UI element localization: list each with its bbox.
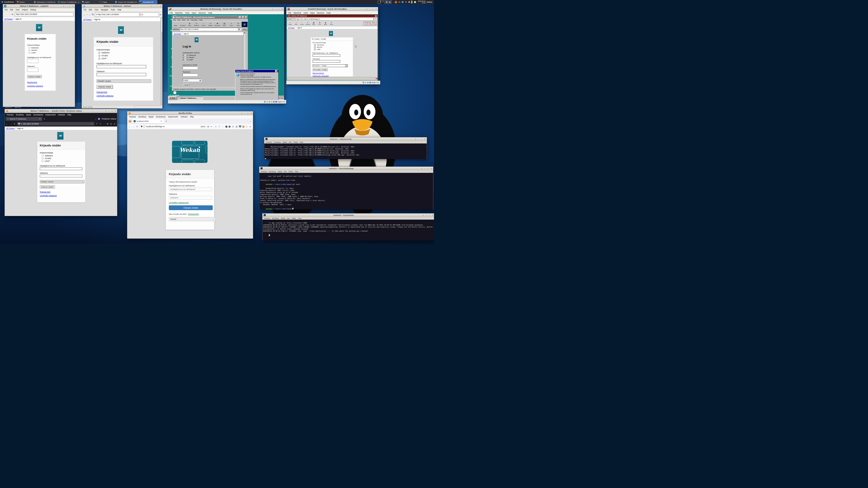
menu-paate[interactable]: Pääte	[288, 170, 293, 173]
terminal-output[interactable]: => App running at: http://localhost:4000…	[262, 220, 434, 240]
downloads-icon[interactable]: ↓	[103, 123, 105, 125]
reload-icon[interactable]: ↻	[13, 123, 16, 125]
radio-ldap[interactable]	[41, 160, 43, 162]
network-tray-icon[interactable]: ⇅	[405, 1, 407, 3]
workspace-pager[interactable]	[377, 0, 392, 4]
menu-file[interactable]: File	[4, 8, 8, 11]
register-link[interactable]: Rekisteröinti	[40, 191, 51, 193]
menu-nayta[interactable]: Näytä	[283, 141, 287, 143]
zoom-level-badge[interactable]: 130 %	[200, 126, 206, 128]
terminal-output[interactable]: (use "git push" to publish your local co…	[259, 173, 433, 209]
url-bar[interactable]: http://192.168.0.20:8000/	[15, 12, 73, 16]
minimize-button[interactable]	[369, 8, 370, 10]
vlc-tray-icon[interactable]: ✕	[395, 1, 397, 4]
sign-in-button[interactable]: Kirjaudu sisään	[40, 185, 55, 189]
notifications-tray-icon[interactable]	[414, 1, 416, 3]
firefox-titlebar[interactable]: Mozilla Firefox	[127, 111, 253, 115]
forgot-password-link[interactable]: Unohtuiko salasana	[27, 85, 43, 87]
language-select[interactable]: Finnish / Suomi ▼	[313, 64, 348, 67]
radio-ldap[interactable]	[184, 59, 186, 61]
sign-in-button[interactable]: Kirjaudu sisään	[169, 205, 213, 210]
log-in-button[interactable]: Log In	[183, 84, 190, 86]
taskbar-item-virtualbox-manager[interactable]: Oracle VM VirtualBox M...	[114, 0, 138, 4]
extension-grid-icon[interactable]: ◳	[232, 125, 234, 128]
new-tab-icon[interactable]: +	[43, 118, 46, 120]
menu-paate[interactable]: Pääte	[291, 217, 296, 219]
extension-s-icon[interactable]: S	[225, 126, 227, 128]
sign-in-button[interactable]: Kirjaudu sisään	[27, 75, 42, 78]
ublock-icon[interactable]: 9+	[239, 125, 241, 128]
language-select[interactable]: Suomi ⌄	[169, 217, 215, 221]
menu-ohje[interactable]: Ohje	[298, 217, 302, 219]
menu-view[interactable]: View	[185, 12, 189, 14]
ie-print-button[interactable]: ▤Print	[221, 23, 228, 26]
shade-button[interactable]	[415, 138, 416, 140]
pocket-shield-icon[interactable]: ▽	[218, 125, 221, 128]
volume-tray-icon[interactable]	[408, 1, 410, 3]
menu-tyokalut[interactable]: Työkalut	[180, 116, 188, 118]
menu-tiedosto[interactable]: Tiedosto	[266, 141, 272, 143]
terminal-titlebar[interactable]: wekan@z: ~/repos/w/php/page	[259, 167, 433, 170]
menu-file[interactable]: File	[288, 12, 291, 14]
reader-mode-icon[interactable]: ▥	[207, 125, 209, 128]
search-input[interactable]: G	[141, 12, 159, 17]
tab-wekan[interactable]: WeKan ® Multiverse ✕	[6, 117, 42, 121]
forgot-password-link[interactable]: Unohtuiko salasana	[40, 195, 57, 197]
menu-hamburger-icon[interactable]: ≡	[114, 123, 116, 125]
back-icon[interactable]: ←	[6, 123, 8, 125]
menu-edit[interactable]: Edit	[10, 8, 13, 11]
maximize-button[interactable]	[157, 5, 158, 7]
bookmark-star-icon[interactable]: ☆	[91, 123, 93, 125]
applications-menu-button[interactable]: ✕ Sovellukset	[0, 0, 15, 4]
menu-inspect[interactable]: Inspect	[22, 8, 28, 11]
passwords-icon[interactable]: ⚿︎	[215, 125, 217, 128]
menu-edit[interactable]: Edit	[89, 8, 92, 11]
forward-icon[interactable]: →	[10, 123, 12, 125]
pocket-shield-icon[interactable]: ▽	[99, 123, 101, 125]
firefox-titlebar[interactable]: WeKan ® Multiverse — Mozilla Firefox Yks…	[5, 109, 117, 113]
forgot-password-link[interactable]: Unohtuiko salasana	[96, 95, 114, 97]
menu-nayta[interactable]: Näytä	[149, 116, 153, 118]
close-button[interactable]	[431, 167, 432, 169]
vbox-titlebar[interactable]: Windows 95 [Running] - Oracle VM Virtual…	[168, 7, 284, 11]
extension-icon[interactable]: ◳	[110, 123, 112, 125]
menu-ohje[interactable]: Ohje	[67, 113, 71, 116]
dillo-file-button[interactable]: File	[287, 18, 291, 21]
url-bar[interactable]: 🔒︎ 192.168.0.20:8000 ☆	[17, 122, 94, 126]
radio-oauth2[interactable]	[98, 55, 100, 57]
maximize-button[interactable]	[112, 110, 113, 112]
breadcrumb-all-pages-link[interactable]: All Pages	[83, 18, 92, 21]
breadcrumb-all-pages-link[interactable]: All Pages	[174, 33, 181, 35]
close-button[interactable]	[72, 5, 74, 7]
minimize-button[interactable]	[108, 110, 110, 112]
taskbar-item-terminal[interactable]: Pääte 5	[98, 0, 114, 4]
menu-navigate[interactable]: Navigate	[101, 8, 108, 11]
menu-favorites[interactable]: Favorites	[191, 19, 197, 21]
radio-password[interactable]	[29, 47, 30, 49]
language-select[interactable]: Finnish / Suomi ⌄	[40, 180, 85, 184]
menu-hamburger-icon[interactable]: ≡	[160, 13, 161, 16]
menu-ohje[interactable]: Ohje	[295, 170, 298, 173]
password-input[interactable]	[169, 196, 212, 199]
menu-muokkaa[interactable]: Muokkaa	[274, 141, 281, 143]
menu-tools[interactable]: Tools	[111, 8, 115, 11]
extension-puzzle-icon[interactable]: ⬡	[246, 125, 248, 128]
close-button[interactable]	[250, 112, 252, 114]
terminal-output[interactable]: ResourceLoader: Finished load of: "http:…	[264, 143, 427, 159]
dillo-stop-x-icon[interactable]: ✕	[292, 18, 295, 21]
dillo-bookmarks-button[interactable]: ▮Book	[322, 22, 329, 25]
sign-in-button[interactable]: Kirjaudu sisään	[313, 68, 328, 71]
shade-button[interactable]	[272, 8, 274, 10]
start-button[interactable]: Start	[168, 96, 177, 100]
maximize-button[interactable]	[428, 167, 429, 169]
forward-icon[interactable]: →	[8, 13, 10, 15]
password-input[interactable]	[183, 73, 197, 76]
username-input[interactable]	[40, 167, 82, 170]
menu-sivuhistoria[interactable]: Sivuhistoria	[156, 116, 166, 118]
win95-icon-msn[interactable]: Try The Micros...	[168, 91, 181, 96]
ie-home-button[interactable]: ⌂Home	[200, 23, 207, 26]
breadcrumb-all-pages-link[interactable]: All Pages	[288, 27, 295, 29]
keyboard-layout-indicator[interactable]: FI	[399, 1, 400, 3]
dillo-search-icon[interactable]: ⊙	[374, 18, 377, 21]
menu-nayta[interactable]: Näytä	[278, 170, 282, 173]
